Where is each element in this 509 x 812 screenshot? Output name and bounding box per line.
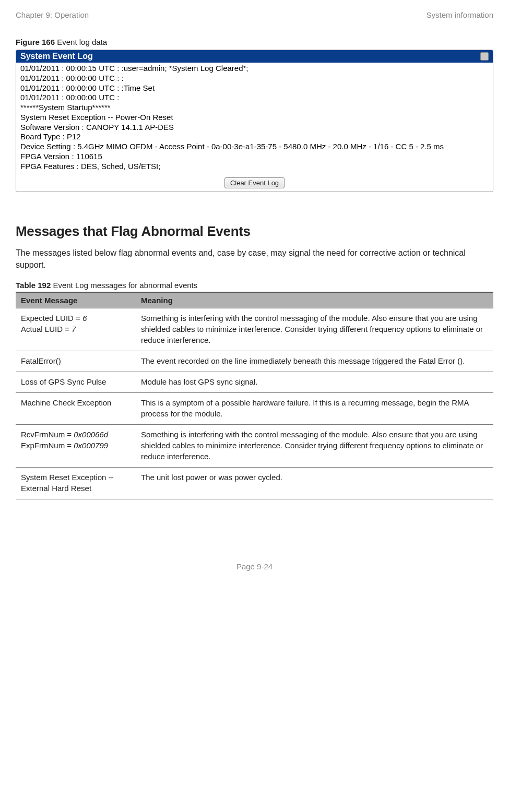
msg-text: RcvFrmNum = [21, 430, 74, 439]
event-log-screenshot: System Event Log 01/01/2011 : 00:00:15 U… [16, 50, 493, 192]
table-row: RcvFrmNum = 0x00066d ExpFrmNum = 0x00079… [16, 424, 493, 467]
event-message-cell: RcvFrmNum = 0x00066d ExpFrmNum = 0x00079… [16, 424, 136, 467]
table-caption: Table 192 Event Log messages for abnorma… [16, 281, 493, 290]
log-line: FPGA Version : 110615 [20, 152, 489, 162]
scroll-indicator-icon [480, 52, 489, 61]
log-line: 01/01/2011 : 00:00:00 UTC : : [20, 74, 489, 83]
event-log-messages-table: Event Message Meaning Expected LUID = 6 … [16, 292, 493, 499]
meaning-cell: Something is interfering with the contro… [136, 424, 493, 467]
msg-value: 0x000799 [74, 441, 108, 450]
msg-text: Expected LUID = [21, 314, 82, 323]
msg-value: 7 [72, 325, 76, 333]
log-line: Board Type : P12 [20, 132, 489, 142]
table-row: Expected LUID = 6 Actual LUID = 7 Someth… [16, 308, 493, 351]
table-row: System Reset Exception -- External Hard … [16, 467, 493, 499]
section-body: The messages listed below flag abnormal … [16, 247, 493, 271]
msg-text: ExpFrmNum = [21, 441, 74, 450]
log-line: Device Setting : 5.4GHz MIMO OFDM - Acce… [20, 142, 489, 152]
event-log-button-row: Clear Event Log [16, 175, 493, 192]
figure-label-rest: Event log data [55, 38, 107, 46]
meaning-cell: Module has lost GPS sync signal. [136, 372, 493, 392]
page-header: Chapter 9: Operation System information [16, 10, 493, 19]
table-header-row: Event Message Meaning [16, 292, 493, 308]
header-left: Chapter 9: Operation [16, 10, 89, 19]
meaning-cell: This is a symptom of a possible hardware… [136, 392, 493, 424]
log-line: 01/01/2011 : 00:00:00 UTC : :Time Set [20, 83, 489, 93]
event-message-cell: System Reset Exception -- External Hard … [16, 467, 136, 499]
figure-label-bold: Figure 166 [16, 38, 55, 46]
msg-value: 6 [82, 314, 87, 323]
msg-text: Actual LUID = [21, 325, 72, 333]
meaning-cell: Something is interfering with the contro… [136, 308, 493, 351]
table-header-event-message: Event Message [16, 292, 136, 308]
msg-value: 0x00066d [74, 430, 108, 439]
figure-caption: Figure 166 Event log data [16, 38, 493, 46]
clear-event-log-button[interactable]: Clear Event Log [224, 177, 285, 188]
event-log-titlebar: System Event Log [16, 50, 493, 63]
event-log-body: 01/01/2011 : 00:00:15 UTC : :user=admin;… [16, 63, 493, 175]
table-row: FatalError() The event recorded on the l… [16, 351, 493, 372]
log-line: Software Version : CANOPY 14.1.1 AP-DES [20, 123, 489, 133]
event-message-cell: Expected LUID = 6 Actual LUID = 7 [16, 308, 136, 351]
event-message-cell: Loss of GPS Sync Pulse [16, 372, 136, 392]
meaning-cell: The unit lost power or was power cycled. [136, 467, 493, 499]
header-right: System information [427, 10, 493, 19]
section-heading: Messages that Flag Abnormal Events [16, 223, 493, 240]
page-number: Page 9-24 [16, 562, 493, 571]
table-header-meaning: Meaning [136, 292, 493, 308]
log-line: FPGA Features : DES, Sched, US/ETSI; [20, 162, 489, 172]
event-message-cell: Machine Check Exception [16, 392, 136, 424]
log-line: 01/01/2011 : 00:00:00 UTC : [20, 93, 489, 103]
table-row: Machine Check Exception This is a sympto… [16, 392, 493, 424]
meaning-cell: The event recorded on the line immediate… [136, 351, 493, 372]
log-line: 01/01/2011 : 00:00:15 UTC : :user=admin;… [20, 64, 489, 74]
event-message-cell: FatalError() [16, 351, 136, 372]
table-caption-rest: Event Log messages for abnormal events [51, 281, 197, 290]
event-log-title: System Event Log [20, 52, 93, 61]
table-row: Loss of GPS Sync Pulse Module has lost G… [16, 372, 493, 392]
log-line: System Reset Exception -- Power-On Reset [20, 113, 489, 123]
table-caption-bold: Table 192 [16, 281, 51, 290]
log-line: ******System Startup****** [20, 103, 489, 113]
